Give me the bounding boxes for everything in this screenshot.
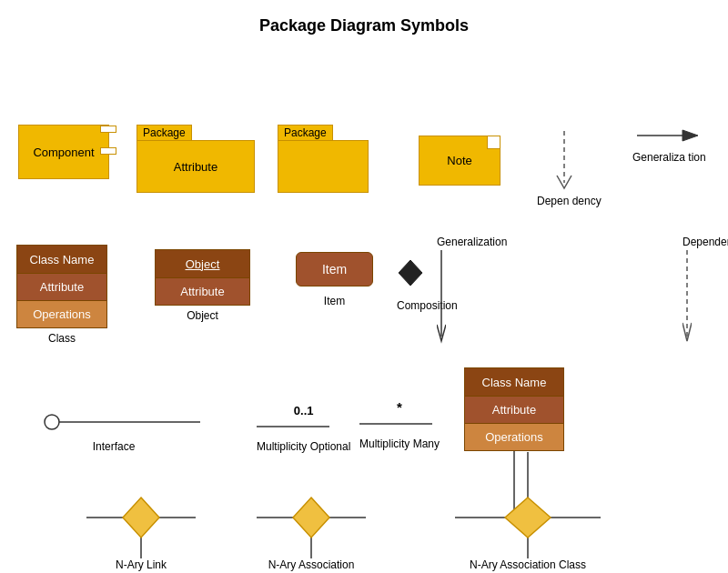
nary-assoc-label: N-Ary Association <box>257 558 366 571</box>
dependency2-label: Dependency <box>682 236 728 248</box>
object-attr-row: Attribute <box>155 278 250 306</box>
svg-marker-14 <box>123 498 159 538</box>
generalization1-arrow <box>632 126 705 145</box>
nary-assoc-svg <box>257 490 366 563</box>
class2-ops-row: Operations <box>464 424 564 451</box>
object-symbol: Object Attribute Object <box>155 249 250 322</box>
class-label: Class <box>16 332 107 345</box>
interface-label: Interface <box>23 440 205 453</box>
component-box: Component <box>18 125 109 179</box>
svg-marker-2 <box>682 130 698 141</box>
dependency2-arrow <box>682 250 692 350</box>
package2-body <box>278 140 369 193</box>
component-symbol: Component <box>18 125 109 188</box>
nary-link-svg <box>86 490 196 563</box>
class-symbol: Class Name Attribute Operations Class <box>16 245 107 345</box>
note-corner <box>487 136 500 149</box>
package1-body: Attribute <box>136 140 255 193</box>
package1-symbol: Package Attribute <box>136 125 255 193</box>
dependency1-arrow <box>537 126 592 199</box>
generalization1-symbol: Generaliza tion <box>632 126 706 164</box>
mult-many-symbol: * Multiplicity Many <box>359 399 440 450</box>
mult-optional-value: 0..1 <box>257 404 350 417</box>
nary-assoc-class-symbol: N-Ary Association Class <box>455 490 601 573</box>
mult-optional-line <box>257 417 329 436</box>
package2-symbol: Package <box>278 125 369 193</box>
class-ops-row: Operations <box>16 301 107 328</box>
class2-attr-row: Attribute <box>464 397 564 424</box>
package1-body-label: Attribute <box>174 160 217 174</box>
component-label: Component <box>33 146 94 159</box>
nary-assoc-class-label: N-Ary Association Class <box>455 558 601 573</box>
page-title: Package Diagram Symbols <box>0 0 728 45</box>
generalization1-label: Generaliza tion <box>632 151 706 164</box>
mult-many-value: * <box>359 399 440 415</box>
class-name-row: Class Name <box>16 245 107 274</box>
svg-marker-23 <box>505 498 551 538</box>
note-body: Note <box>419 136 500 186</box>
svg-marker-18 <box>293 498 329 538</box>
diagram-area: Component Package Attribute Package Note <box>0 45 728 573</box>
nary-link-symbol: N-Ary Link <box>86 490 196 571</box>
generalization2-symbol: Generalization <box>437 236 507 353</box>
nary-assoc-class-svg <box>455 490 601 563</box>
package2-tab: Package <box>278 125 333 140</box>
component-notch-top <box>100 126 116 133</box>
svg-point-7 <box>45 415 59 429</box>
dependency2-symbol: Dependency <box>682 236 728 353</box>
interface-symbol: Interface <box>41 408 205 453</box>
component-notch-bot <box>100 147 116 155</box>
object-name-row: Object <box>155 249 250 278</box>
nary-assoc-symbol: N-Ary Association <box>257 490 366 571</box>
generalization2-label: Generalization <box>437 236 507 248</box>
interface-line <box>41 408 205 436</box>
class2-name-row: Class Name <box>464 367 564 397</box>
class-attr-row: Attribute <box>16 274 107 301</box>
item-symbol: Item <box>296 252 373 286</box>
mult-many-label: Multiplicity Many <box>359 437 440 450</box>
mult-optional-label: Multiplicity Optional <box>257 440 350 455</box>
dependency1-label: Depen dency <box>537 195 602 207</box>
svg-marker-3 <box>399 260 422 286</box>
mult-many-line <box>359 415 432 433</box>
dependency1-symbol: Depen dency <box>537 126 602 207</box>
note-symbol: Note <box>419 136 500 186</box>
item-label: Item <box>296 295 373 307</box>
generalization2-arrow <box>437 250 446 350</box>
composition-diamond <box>397 258 424 295</box>
note-label: Note <box>447 154 471 167</box>
class2-symbol: Class Name Attribute Operations <box>464 367 564 451</box>
object-label: Object <box>155 309 250 322</box>
package1-tab: Package <box>136 125 192 140</box>
mult-optional-symbol: 0..1 Multiplicity Optional <box>257 404 350 455</box>
